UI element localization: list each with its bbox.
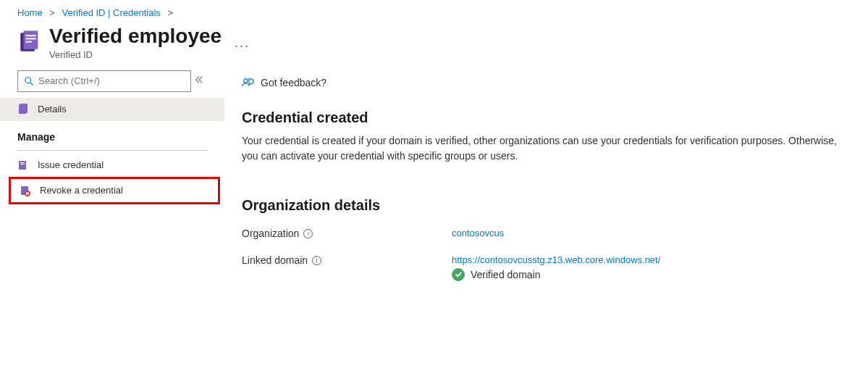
svg-rect-3 <box>25 38 35 39</box>
svg-rect-1 <box>24 30 38 49</box>
credential-created-body: Your credential is created if your domai… <box>242 133 851 164</box>
feedback-icon <box>242 76 255 89</box>
svg-rect-9 <box>19 161 26 170</box>
org-label-text: Organization <box>242 228 299 239</box>
svg-rect-4 <box>25 41 32 43</box>
svg-rect-2 <box>25 35 35 36</box>
page-title: Verified employee <box>49 25 222 48</box>
page-subtitle: Verified ID <box>49 49 222 60</box>
linked-domain-label-text: Linked domain <box>242 254 308 266</box>
verified-check-icon <box>452 268 465 281</box>
verified-domain-text: Verified domain <box>471 269 541 280</box>
feedback-link[interactable]: Got feedback? <box>242 76 326 89</box>
more-actions-button[interactable]: ··· <box>235 38 250 54</box>
issue-credential-icon <box>17 159 29 171</box>
svg-rect-8 <box>20 104 28 113</box>
linked-domain-link[interactable]: https://contosovcusstg.z13.web.core.wind… <box>452 254 660 265</box>
breadcrumb: Home > Verified ID | Credentials > <box>0 0 868 21</box>
credential-created-heading: Credential created <box>242 109 851 126</box>
linked-domain-label: Linked domain i <box>242 254 452 281</box>
organization-details-heading: Organization details <box>242 197 851 214</box>
sidebar-item-details[interactable]: Details <box>0 98 224 121</box>
svg-rect-10 <box>20 162 25 163</box>
svg-point-16 <box>244 78 248 82</box>
info-icon[interactable]: i <box>303 229 313 238</box>
divider <box>17 150 207 151</box>
sidebar-item-label: Revoke a credential <box>40 185 123 196</box>
sidebar-item-revoke-credential[interactable]: Revoke a credential <box>11 179 218 202</box>
linked-domain-value: https://contosovcusstg.z13.web.core.wind… <box>452 254 851 281</box>
svg-rect-11 <box>20 164 25 165</box>
breadcrumb-sep: > <box>49 7 55 18</box>
details-icon <box>17 104 29 115</box>
org-value: contosovcus <box>452 227 851 239</box>
org-label: Organization i <box>242 227 452 239</box>
sidebar-item-issue-credential[interactable]: Issue credential <box>0 154 224 177</box>
search-input[interactable] <box>38 75 185 86</box>
highlight-annotation: Revoke a credential <box>9 177 220 204</box>
main-content: Got feedback? Credential created Your cr… <box>224 70 868 299</box>
search-box[interactable] <box>17 70 191 92</box>
organization-link[interactable]: contosovcus <box>452 228 504 238</box>
sidebar-item-label: Issue credential <box>38 159 104 170</box>
search-icon <box>24 76 34 86</box>
revoke-credential-icon <box>20 185 31 196</box>
feedback-label: Got feedback? <box>261 77 326 88</box>
svg-line-6 <box>30 83 33 86</box>
breadcrumb-home[interactable]: Home <box>17 7 43 18</box>
collapse-sidebar-button[interactable] <box>191 72 207 90</box>
sidebar-item-label: Details <box>38 104 67 115</box>
breadcrumb-sep: > <box>168 7 174 18</box>
sidebar-section-manage: Manage <box>0 121 224 147</box>
page-header: Verified employee Verified ID ··· <box>0 21 868 70</box>
credential-icon <box>17 30 42 54</box>
info-icon[interactable]: i <box>312 256 321 265</box>
chevron-double-left-icon <box>194 75 204 85</box>
svg-point-5 <box>25 78 31 83</box>
breadcrumb-verified-id[interactable]: Verified ID | Credentials <box>62 7 161 18</box>
sidebar: Details Manage Issue credential Revoke a… <box>0 70 224 299</box>
